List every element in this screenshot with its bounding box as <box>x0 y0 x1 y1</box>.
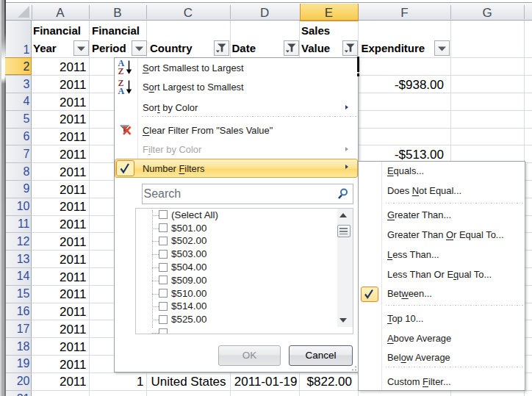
svg-text:A: A <box>118 86 125 96</box>
svg-text:Z: Z <box>118 66 124 76</box>
